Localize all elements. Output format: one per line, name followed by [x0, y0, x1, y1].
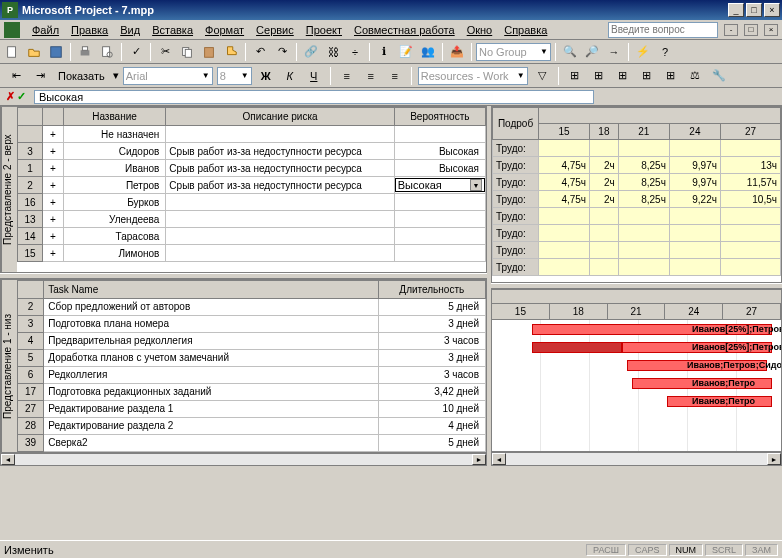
risk-grid[interactable]: Название Описание риска Вероятность + Не…: [17, 107, 486, 272]
doc-close-button[interactable]: ×: [764, 24, 778, 36]
menu-window[interactable]: Окно: [461, 22, 499, 38]
t6-icon[interactable]: ⚖: [685, 66, 705, 86]
doc-minimize-button[interactable]: -: [724, 24, 738, 36]
time-cell[interactable]: 4,75ч: [539, 157, 590, 174]
time-row-label[interactable]: Трудо:: [493, 208, 539, 225]
time-cell[interactable]: 9,97ч: [669, 157, 720, 174]
cell-taskname[interactable]: Сбор предложений от авторов: [44, 298, 378, 315]
outdent-icon[interactable]: ⇤: [6, 66, 26, 86]
time-cell[interactable]: [618, 259, 669, 276]
time-cell[interactable]: [669, 242, 720, 259]
time-col-header[interactable]: 15: [539, 124, 590, 140]
row-header[interactable]: 15: [18, 245, 43, 262]
font-select[interactable]: Arial▼: [123, 67, 213, 85]
time-row-label[interactable]: Трудо:: [493, 174, 539, 191]
time-cell[interactable]: [539, 225, 590, 242]
time-col-header[interactable]: 18: [590, 124, 619, 140]
expand-toggle[interactable]: +: [43, 245, 64, 262]
col-duration[interactable]: Длительность: [378, 280, 485, 298]
time-cell[interactable]: 4,75ч: [539, 174, 590, 191]
h-scrollbar-right[interactable]: ◄►: [491, 452, 782, 466]
italic-icon[interactable]: К: [280, 66, 300, 86]
accept-icon[interactable]: ✓: [17, 90, 26, 103]
redo-icon[interactable]: ↷: [272, 42, 292, 62]
cell-prob[interactable]: [394, 245, 485, 262]
col-name[interactable]: Название: [63, 108, 166, 126]
formula-input[interactable]: Высокая: [34, 90, 594, 104]
doc-restore-button[interactable]: □: [744, 24, 758, 36]
time-row-label[interactable]: Трудо:: [493, 157, 539, 174]
bold-icon[interactable]: Ж: [256, 66, 276, 86]
cell-duration[interactable]: 3 дней: [378, 315, 485, 332]
time-cell[interactable]: 2ч: [590, 157, 619, 174]
row-header[interactable]: [18, 126, 43, 143]
time-cell[interactable]: [669, 208, 720, 225]
paste-icon[interactable]: [199, 42, 219, 62]
open-icon[interactable]: [24, 42, 44, 62]
time-cell[interactable]: [618, 225, 669, 242]
info-icon[interactable]: ℹ: [374, 42, 394, 62]
prob-dropdown[interactable]: Высокая▼: [395, 178, 485, 192]
spell-icon[interactable]: ✓: [126, 42, 146, 62]
note-icon[interactable]: 📝: [396, 42, 416, 62]
time-cell[interactable]: 9,22ч: [669, 191, 720, 208]
time-col-header[interactable]: 27: [720, 124, 780, 140]
row-header[interactable]: 13: [18, 211, 43, 228]
cell-name[interactable]: Иванов: [63, 160, 166, 177]
row-header[interactable]: 39: [18, 434, 44, 451]
cell-duration[interactable]: 5 дней: [378, 434, 485, 451]
cell-prob[interactable]: [394, 228, 485, 245]
time-cell[interactable]: [669, 259, 720, 276]
time-cell[interactable]: [539, 140, 590, 157]
format-painter-icon[interactable]: [221, 42, 241, 62]
minimize-button[interactable]: _: [728, 3, 744, 17]
cell-taskname[interactable]: Сверка2: [44, 434, 378, 451]
filter-select[interactable]: Resources - Work▼: [418, 67, 528, 85]
row-header[interactable]: 6: [18, 366, 44, 383]
time-row-label[interactable]: Трудо:: [493, 225, 539, 242]
time-cell[interactable]: [720, 140, 780, 157]
time-cell[interactable]: 8,25ч: [618, 174, 669, 191]
menu-collab[interactable]: Совместная работа: [348, 22, 461, 38]
row-header[interactable]: 17: [18, 383, 44, 400]
assign-icon[interactable]: 👥: [418, 42, 438, 62]
cell-taskname[interactable]: Редколлегия: [44, 366, 378, 383]
goto-icon[interactable]: →: [604, 42, 624, 62]
time-cell[interactable]: [539, 208, 590, 225]
menu-service[interactable]: Сервис: [250, 22, 300, 38]
cell-desc[interactable]: [166, 126, 394, 143]
align-center-icon[interactable]: ≡: [361, 66, 381, 86]
t2-icon[interactable]: ⊞: [589, 66, 609, 86]
time-cell[interactable]: [720, 225, 780, 242]
show-label[interactable]: Показать: [54, 70, 109, 82]
time-col-header[interactable]: 21: [618, 124, 669, 140]
cell-taskname[interactable]: Редактирование раздела 2: [44, 417, 378, 434]
row-header[interactable]: 28: [18, 417, 44, 434]
time-cell[interactable]: [539, 242, 590, 259]
expand-toggle[interactable]: +: [43, 211, 64, 228]
cell-desc[interactable]: [166, 211, 394, 228]
menu-view[interactable]: Вид: [114, 22, 146, 38]
expand-toggle[interactable]: +: [43, 228, 64, 245]
cell-taskname[interactable]: Подготовка плана номера: [44, 315, 378, 332]
cell-desc[interactable]: Срыв работ из-за недоступности ресурса: [166, 143, 394, 160]
time-cell[interactable]: [590, 242, 619, 259]
cell-name[interactable]: Не назначен: [63, 126, 166, 143]
timephased-grid[interactable]: Подроб 1518212427 Трудо:Трудо:4,75ч2ч8,2…: [491, 106, 782, 283]
col-taskname[interactable]: Task Name: [44, 280, 378, 298]
cell-desc[interactable]: [166, 194, 394, 211]
t7-icon[interactable]: 🔧: [709, 66, 729, 86]
help-icon[interactable]: ?: [655, 42, 675, 62]
col-desc[interactable]: Описание риска: [166, 108, 394, 126]
expand-header[interactable]: [43, 108, 64, 126]
undo-icon[interactable]: ↶: [250, 42, 270, 62]
cell-duration[interactable]: 3 часов: [378, 366, 485, 383]
time-cell[interactable]: 11,57ч: [720, 174, 780, 191]
time-cell[interactable]: 10,5ч: [720, 191, 780, 208]
cell-prob[interactable]: Высокая: [394, 143, 485, 160]
time-cell[interactable]: 2ч: [590, 191, 619, 208]
time-cell[interactable]: 2ч: [590, 174, 619, 191]
expand-toggle[interactable]: +: [43, 160, 64, 177]
cell-desc[interactable]: [166, 228, 394, 245]
t3-icon[interactable]: ⊞: [613, 66, 633, 86]
